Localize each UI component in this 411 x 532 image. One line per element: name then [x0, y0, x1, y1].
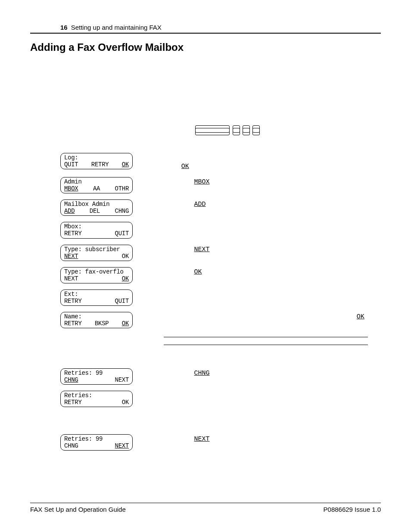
- step-row: Retries:RETRYOK11.Enter the number of ti…: [30, 391, 381, 417]
- instruction: 6.Press NEXT.: [142, 245, 381, 254]
- step-row: Mailbox AdminADDDELCHNG4.Press ADD.: [30, 199, 381, 216]
- lcd-softkey[interactable]: AA: [93, 185, 100, 192]
- lcd-line1: Retries: 99: [64, 436, 129, 442]
- step-number: 11.: [164, 391, 176, 399]
- lcd-line1: Log:: [64, 154, 129, 161]
- lcd-softkey-row: RETRYBKSPOK: [64, 320, 129, 327]
- note-text: This is a field of up to 16 characters. …: [164, 342, 365, 365]
- lcd-line1: Mailbox Admin: [64, 201, 129, 208]
- footer-left: FAX Set Up and Operation Guide: [30, 506, 126, 513]
- step-number: 9.: [164, 312, 176, 320]
- section-heading: Adding a Fax Overflow Mailbox: [30, 41, 381, 53]
- step-number: 7.: [164, 267, 176, 276]
- step-row: Retries: 99CHNGNEXT12.Press NEXT.: [30, 434, 381, 451]
- lcd-softkey[interactable]: OK: [122, 253, 129, 260]
- step-row-visible: 1.Press: [30, 125, 381, 134]
- step-text-post: .: [202, 268, 204, 275]
- step-text: Enter the System Coordinator Mailbox num…: [164, 153, 367, 169]
- softkey-label: MBOX: [194, 178, 210, 186]
- lcd-display: Mailbox AdminADDDELCHNG: [60, 199, 133, 216]
- softkey-label: OK: [194, 268, 202, 276]
- step-row: Type: subscriberNEXTOK6.Press NEXT.: [30, 245, 381, 261]
- lcd-softkey[interactable]: OK: [122, 399, 129, 406]
- lcd-softkey[interactable]: QUIT: [115, 298, 129, 305]
- step-list: Log:QUITRETRYOK2.Enter the System Coordi…: [30, 153, 381, 329]
- step-text: Enter the destination extension.: [176, 290, 266, 297]
- digit-key[interactable]: [243, 125, 250, 133]
- digit-key[interactable]: [252, 125, 260, 133]
- instruction: 4.Press ADD.: [142, 199, 381, 209]
- instruction: 2.Enter the System Coordinator Mailbox n…: [142, 153, 381, 171]
- page-header: 16 Setting up and maintaining FAX: [30, 24, 381, 34]
- lcd-display: Mbox:RETRYQUIT: [60, 222, 133, 238]
- step-text: Press: [176, 177, 194, 185]
- digit-key[interactable]: [233, 125, 240, 133]
- step-text: Enter the number of times the system wil…: [164, 391, 364, 416]
- step-row: Mbox:RETRYQUIT5.Enter the Fax Overflow M…: [30, 222, 381, 238]
- intro-space: [30, 63, 381, 128]
- lcd-softkey[interactable]: NEXT: [64, 253, 78, 260]
- lcd-display: Type: fax-overfloNEXTOK: [60, 267, 133, 283]
- lcd-softkey[interactable]: NEXT: [64, 275, 78, 282]
- lcd-softkey[interactable]: DEL: [90, 208, 100, 215]
- step-text-post: .: [210, 245, 212, 252]
- lcd-softkey[interactable]: RETRY: [64, 399, 82, 406]
- lcd-softkey[interactable]: QUIT: [64, 161, 78, 168]
- step-number: 5.: [164, 222, 176, 230]
- lcd-line1: Admin: [64, 178, 129, 185]
- lcd-line1: Retries:: [64, 392, 129, 399]
- softkey-label: ADD: [194, 201, 206, 208]
- step-text: Press: [176, 369, 194, 376]
- lcd-softkey[interactable]: RETRY: [64, 320, 82, 327]
- step-text-post: to change the number of retries.: [210, 369, 303, 376]
- lcd-display: Retries: 99CHNGNEXT: [60, 368, 133, 385]
- step-number: 10.: [164, 368, 176, 377]
- step-number: 12.: [164, 434, 176, 443]
- lcd-softkey[interactable]: RETRY: [64, 298, 82, 305]
- step-text-post: .: [364, 312, 366, 320]
- lcd-softkey[interactable]: OK: [122, 320, 129, 327]
- lcd-display: AdminMBOXAAOTHR: [60, 177, 133, 193]
- lcd-softkey[interactable]: ADD: [64, 208, 75, 215]
- lcd-softkey[interactable]: RETRY: [91, 161, 109, 168]
- step-text: Press: [176, 245, 194, 252]
- lcd-softkey[interactable]: MBOX: [64, 185, 78, 192]
- step-number: 8.: [164, 289, 176, 298]
- lcd-softkey-row: NEXTOK: [64, 275, 129, 282]
- lcd-softkey[interactable]: CHNG: [64, 442, 78, 449]
- lcd-softkey-row: RETRYQUIT: [64, 298, 129, 305]
- lcd-display: Retries:RETRYOK: [60, 391, 133, 407]
- instruction: 12.Press NEXT.: [142, 434, 381, 444]
- lcd-display: Type: subscriberNEXTOK: [60, 245, 133, 261]
- lcd-softkey[interactable]: NEXT: [115, 376, 129, 383]
- step-text: Press: [176, 268, 194, 275]
- lcd-display: Log:QUITRETRYOK: [60, 153, 133, 169]
- feature-key[interactable]: [195, 125, 230, 133]
- lcd-softkey[interactable]: CHNG: [64, 376, 78, 383]
- softkey-label: OK: [181, 163, 189, 170]
- instruction: 8.Enter the destination extension.: [142, 289, 381, 298]
- lcd-softkey[interactable]: OK: [122, 275, 129, 282]
- step-number: 4.: [164, 199, 176, 208]
- step-row: Log:QUITRETRYOK2.Enter the System Coordi…: [30, 153, 381, 171]
- lcd-softkey[interactable]: NEXT: [115, 442, 129, 449]
- page-footer: FAX Set Up and Operation Guide P0886629 …: [30, 503, 381, 513]
- lcd-display: Retries: 99CHNGNEXT: [60, 434, 133, 451]
- lcd-softkey[interactable]: CHNG: [115, 208, 129, 215]
- note-label: Note:: [164, 342, 179, 349]
- step-number: 6.: [164, 245, 176, 253]
- step-row: Type: fax-overfloNEXTOK7.Press OK.: [30, 267, 381, 283]
- page-number: 16: [60, 24, 68, 31]
- lcd-softkey[interactable]: OTHR: [115, 185, 129, 192]
- instruction: 7.Press OK.: [142, 267, 381, 277]
- lcd-softkey[interactable]: QUIT: [115, 230, 129, 237]
- lcd-softkey[interactable]: OK: [122, 161, 129, 168]
- instruction: 5.Enter the Fax Overflow Mailbox number.: [142, 222, 381, 230]
- softkey-label: NEXT: [194, 436, 210, 443]
- step-row: Name:RETRYBKSPOK9.Enter the mailbox owne…: [30, 312, 381, 328]
- chapter-title: Setting up and maintaining FAX: [71, 24, 162, 31]
- step-row: AdminMBOXAAOTHR3.Press MBOX.: [30, 177, 381, 193]
- instruction: 11.Enter the number of times the system …: [142, 391, 381, 417]
- lcd-softkey[interactable]: RETRY: [64, 230, 82, 237]
- lcd-softkey[interactable]: BKSP: [95, 320, 109, 327]
